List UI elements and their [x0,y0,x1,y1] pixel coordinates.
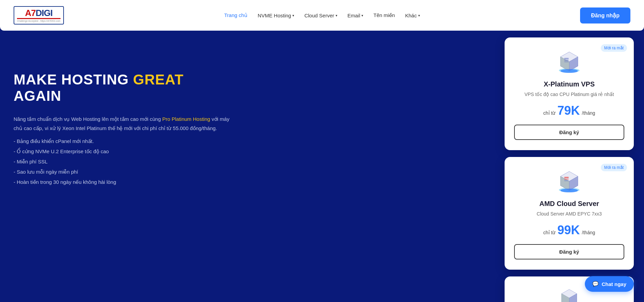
card-vps: Mới ra mắt X-Platin [505,37,634,150]
chevron-down-icon: ▾ [418,14,420,17]
hero-title-part1: MAKE HOSTING [14,71,133,88]
card-vps-desc: VPS tốc độ cao CPU Platinum giá rẻ nhất [514,91,624,98]
svg-rect-5 [564,58,569,59]
navbar: A7DIGI Challenge Accepted - https://A7DI… [0,0,644,31]
svg-point-17 [560,188,578,192]
feature-1: - Bảng điều khiển cPanel mới nhất. [14,136,235,146]
chevron-down-icon: ▾ [336,14,337,17]
svg-rect-16 [564,180,569,181]
svg-rect-14 [564,177,569,178]
badge-new-amd: Mới ra mắt [601,164,627,171]
server-svg-amd [556,168,583,194]
price-unit-vps: /tháng [582,110,595,116]
login-button[interactable]: Đăng nhập [580,7,630,23]
hero-title-great: GREAT [133,71,184,88]
feature-3: - Miễn phí SSL [14,157,235,167]
hero-features: - Bảng điều khiển cPanel mới nhất. - Ổ c… [14,136,235,187]
hero-content: MAKE HOSTING GREAT AGAIN Nâng tầm chuẩn … [14,51,235,187]
card-amd-title: AMD Cloud Server [514,200,624,208]
logo-tagline: Challenge Accepted - https://A7DIGI.com [17,20,61,22]
card-vps-price: chỉ từ 79K /tháng [514,104,624,118]
nav-domain[interactable]: Tên miền [373,12,395,18]
logo[interactable]: A7DIGI Challenge Accepted - https://A7DI… [14,6,64,25]
hero-link[interactable]: Pro Platinum Hosting [162,116,210,122]
logo-box: A7DIGI Challenge Accepted - https://A7DI… [14,6,64,25]
logo-text: A7DIGI [25,9,52,17]
chat-label: Chat ngay [601,281,626,287]
price-from-vps: chỉ từ [543,110,556,116]
cards-container: Mới ra mắt X-Platin [505,37,634,302]
nav-cloud-server[interactable]: Cloud Server ▾ [304,13,337,18]
register-vps-button[interactable]: Đăng ký [514,125,624,140]
logo-a7: A7 [25,8,35,18]
server-svg-partial [557,287,581,302]
nav-links: Trang chủ NVME Hosting ▾ Cloud Server ▾ … [224,12,420,18]
svg-rect-6 [564,59,569,60]
logo-red-line [17,18,61,19]
nav-nvme-hosting[interactable]: NVME Hosting ▾ [258,13,294,18]
hero-section: MAKE HOSTING GREAT AGAIN Nâng tầm chuẩn … [0,31,644,302]
hero-title-part2: AGAIN [14,88,61,104]
card-vps-title: X-Platinum VPS [514,80,624,88]
logo-digi: DIGI [36,8,52,18]
nav-home[interactable]: Trang chủ [224,12,248,18]
price-unit-amd: /tháng [582,230,595,235]
amd-icon [554,167,584,194]
svg-point-8 [560,69,578,73]
chat-icon: 💬 [592,281,599,287]
svg-rect-15 [564,178,569,179]
price-from-amd: chỉ từ [543,230,556,235]
hero-description: Nâng tầm chuẩn dịch vụ Web Hosting lên m… [14,114,235,133]
chevron-down-icon: ▾ [361,14,363,17]
chevron-down-icon: ▾ [292,14,294,17]
feature-5: - Hoàn tiền trong 30 ngày nếu không hài … [14,177,235,187]
nav-email[interactable]: Email ▾ [348,13,363,18]
server-svg-vps [556,49,583,74]
price-amount-amd: 99K [557,223,580,237]
feature-4: - Sao lưu mỗi ngày miễn phí [14,167,235,177]
card-amd: Mới ra mắt AMD Cloud Server Cloud Server… [505,157,634,270]
badge-new-vps: Mới ra mắt [601,44,627,52]
svg-rect-7 [564,61,569,62]
register-amd-button[interactable]: Đăng ký [514,244,624,259]
price-amount-vps: 79K [557,104,580,118]
card-amd-price: chỉ từ 99K /tháng [514,223,624,237]
feature-2: - Ổ cứng NVMe U.2 Enterprise tốc độ cao [14,146,235,157]
nav-other[interactable]: Khác ▾ [405,13,420,18]
hero-title: MAKE HOSTING GREAT AGAIN [14,71,235,104]
vps-icon [554,48,584,75]
chat-button[interactable]: 💬 Chat ngay [585,276,634,292]
card-amd-desc: Cloud Server AMD EPYC 7xx3 [514,210,624,218]
